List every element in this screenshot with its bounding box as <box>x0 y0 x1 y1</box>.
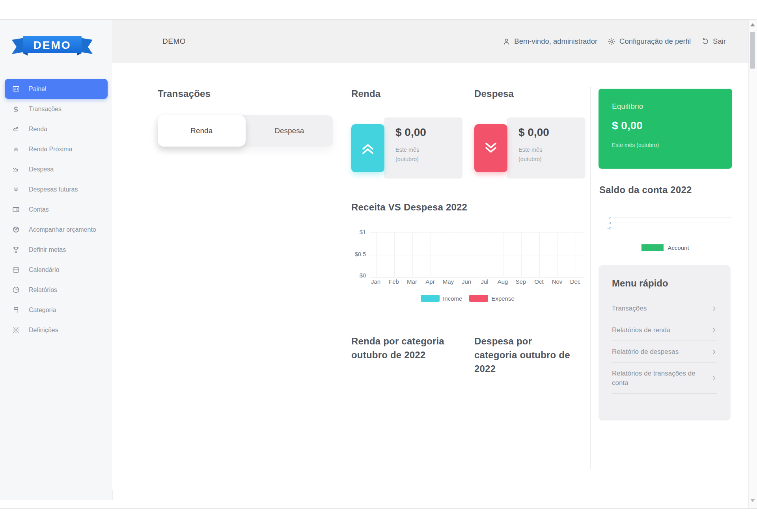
welcome-user[interactable]: Bem-vindo, administrador <box>502 37 597 46</box>
balance-card: Equilíbrio $ 0,00 Este mês (outubro) <box>599 89 732 169</box>
sidebar-item-renda[interactable]: Renda <box>5 119 108 139</box>
income-by-category-title: Renda por categoria outubro de 2022 <box>351 334 470 362</box>
sidebar-item-despesas-futuras[interactable]: Despesas futuras <box>5 179 108 199</box>
quick-menu-item-transacoes[interactable]: Transações <box>612 298 717 319</box>
sidebar-item-definir-metas[interactable]: Definir metas <box>5 240 108 260</box>
legend-swatch <box>421 295 440 302</box>
gridline <box>485 233 485 277</box>
profile-settings-button[interactable]: Configuração de perfil <box>608 37 691 46</box>
y-tick: $1 <box>334 229 366 235</box>
x-tick-label: Apr <box>425 278 434 285</box>
income-period: Este mês (outubro) <box>395 145 462 164</box>
column-divider <box>590 87 591 469</box>
chevrons-up-icon <box>359 140 377 157</box>
sidebar-item-label: Relatórios <box>29 286 57 294</box>
quick-menu-item-relatorios-de-transacoes-de-conta[interactable]: Relatórios de transações de conta <box>612 363 717 394</box>
sidebar-item-label: Definições <box>29 327 58 334</box>
quick-menu-card: Menu rápido TransaçõesRelatórios de rend… <box>599 265 731 420</box>
sidebar-item-categoria[interactable]: Categoria <box>5 300 108 320</box>
sidebar-item-label: Contas <box>29 206 49 213</box>
sidebar-item-painel[interactable]: Painel <box>5 79 108 99</box>
expense-by-category-title: Despesa por categoria outubro de 2022 <box>474 334 576 376</box>
account-legend-label: Account <box>668 244 689 251</box>
sidebar-item-despesa[interactable]: Despesa <box>5 159 108 179</box>
money-icon <box>12 105 20 113</box>
income-stat-panel: $ 0,00 Este mês (outubro) <box>384 117 462 179</box>
income-vs-expense-plot <box>370 233 584 277</box>
chevron-right-icon <box>711 375 717 381</box>
dashboard-icon <box>12 85 20 93</box>
sidebar-item-renda-proxima[interactable]: Renda Próxima <box>5 139 108 159</box>
y-tick: $0 <box>334 272 366 279</box>
logout-icon <box>701 37 709 46</box>
expense-period: Este mês (outubro) <box>518 145 585 164</box>
sidebar-item-label: Categoria <box>29 307 56 314</box>
mini-y-tick: 0 <box>604 220 611 225</box>
sidebar-item-definicoes[interactable]: Definições <box>5 320 108 340</box>
quick-menu-item-label: Relatório de despesas <box>612 347 711 357</box>
gridline <box>521 233 522 277</box>
quick-menu-title: Menu rápido <box>612 278 717 289</box>
sidebar-item-acompanhar-orcamento[interactable]: Acompanhar orçamento <box>5 219 108 240</box>
x-tick-label: Jul <box>481 278 488 285</box>
expense-stat-panel: $ 0,00 Este mês (outubro) <box>507 117 585 179</box>
demo-ribbon-logo: DEMO <box>12 33 93 58</box>
quick-menu-list: TransaçõesRelatórios de rendaRelatório d… <box>612 298 717 394</box>
gridline <box>613 218 731 218</box>
main-content: Transações Renda Despesa Renda $ 0,00 Es… <box>112 63 748 490</box>
sidebar-item-contas[interactable]: Contas <box>5 199 108 219</box>
scrollbar-thumb[interactable] <box>750 32 755 69</box>
sidebar-nav: PainelTransaçõesRendaRenda PróximaDespes… <box>0 79 112 340</box>
chevrons-down-icon <box>482 140 500 157</box>
account-balance-title: Saldo da conta 2022 <box>599 184 692 195</box>
package-icon <box>12 225 20 234</box>
tab-despesa[interactable]: Despesa <box>246 115 334 147</box>
chevron-right-icon <box>711 349 717 355</box>
gear-icon <box>608 37 616 46</box>
transactions-title: Transações <box>158 88 211 99</box>
scrollbar-down-arrow[interactable] <box>750 499 755 502</box>
mini-y-tick: 2 <box>604 215 611 220</box>
gridline <box>467 233 467 277</box>
balance-amount: $ 0,00 <box>612 119 732 132</box>
logout-label: Sair <box>713 37 726 46</box>
chevrons-down-icon <box>12 185 20 193</box>
sidebar-item-label: Transações <box>29 106 62 113</box>
chevron-right-icon <box>711 305 717 312</box>
sidebar: DEMO PainelTransaçõesRendaRenda PróximaD… <box>0 20 113 500</box>
gridline <box>557 233 558 277</box>
gridline <box>576 233 576 277</box>
gridline <box>503 233 503 277</box>
logo-text: DEMO <box>34 39 71 51</box>
topbar-actions: Bem-vindo, administrador Configuração de… <box>502 20 726 63</box>
legend-swatch <box>469 295 488 302</box>
quick-menu-item-relatorios-de-renda[interactable]: Relatórios de renda <box>612 319 717 341</box>
scrollbar[interactable] <box>748 20 757 508</box>
chart-legend: IncomeExpense <box>351 295 584 302</box>
gridline <box>376 233 377 277</box>
tab-renda[interactable]: Renda <box>158 115 246 147</box>
x-tick-label: Feb <box>389 278 399 285</box>
expense-amount: $ 0,00 <box>518 126 585 139</box>
logo-divider <box>10 72 103 72</box>
gridline <box>613 223 731 223</box>
trending-up-icon <box>12 125 20 133</box>
gridline <box>431 233 431 277</box>
quick-menu-item-label: Relatórios de transações de conta <box>612 369 711 388</box>
logout-button[interactable]: Sair <box>701 37 726 46</box>
sidebar-item-transacoes[interactable]: Transações <box>5 99 108 119</box>
quick-menu-item-label: Relatórios de renda <box>612 326 711 335</box>
x-tick-label: Nov <box>552 278 563 285</box>
sidebar-item-calendario[interactable]: Calendário <box>5 260 108 280</box>
quick-menu-item-relatorio-de-despesas[interactable]: Relatório de despesas <box>612 341 717 363</box>
sidebar-item-label: Despesas futuras <box>29 186 78 193</box>
legend-entry-expense: Expense <box>469 295 514 302</box>
wallet-icon <box>12 205 20 214</box>
sidebar-item-relatorios[interactable]: Relatórios <box>5 280 108 300</box>
x-tick-label: Aug <box>498 278 508 285</box>
content-footer-divider <box>112 490 748 490</box>
income-title: Renda <box>351 88 380 99</box>
mini-y-tick: -2 <box>604 225 611 231</box>
pie-chart-icon <box>12 286 20 294</box>
scrollbar-up-arrow[interactable] <box>750 23 755 26</box>
